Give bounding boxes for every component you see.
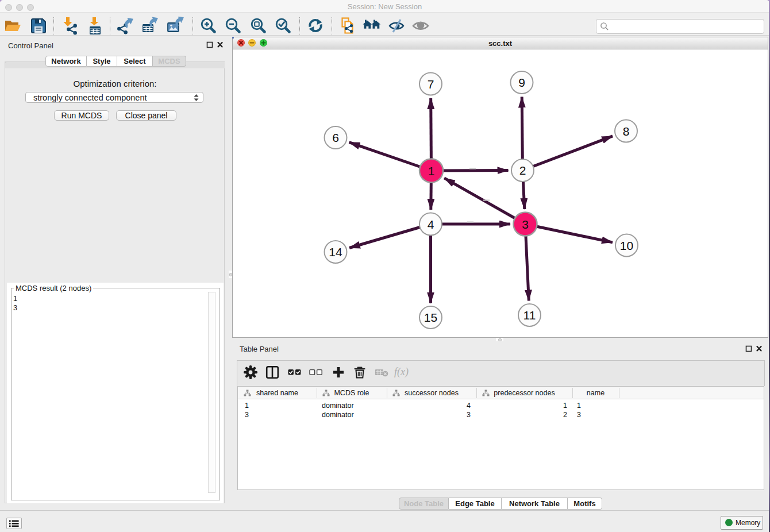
svg-text:4: 4 — [428, 218, 434, 231]
svg-text:3: 3 — [522, 218, 529, 231]
svg-text:8: 8 — [623, 125, 630, 138]
svg-text:2: 2 — [519, 164, 526, 177]
svg-text:10: 10 — [620, 239, 633, 252]
svg-text:15: 15 — [424, 311, 437, 324]
svg-text:6: 6 — [332, 131, 339, 144]
svg-text:9: 9 — [518, 76, 525, 89]
svg-text:11: 11 — [523, 309, 536, 322]
svg-text:7: 7 — [428, 78, 434, 91]
svg-text:14: 14 — [329, 245, 342, 259]
svg-text:1: 1 — [428, 164, 435, 178]
